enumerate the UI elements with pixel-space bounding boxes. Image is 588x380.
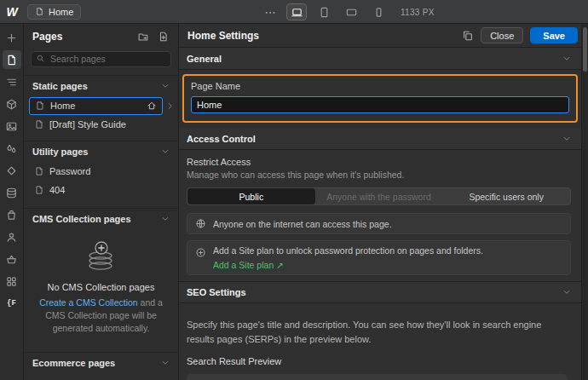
users-button[interactable] (3, 227, 21, 246)
public-access-note-text: Anyone on the internet can access this p… (213, 219, 392, 229)
section-label: General (187, 54, 222, 64)
ecommerce-button[interactable] (3, 205, 21, 224)
cms-empty-state: No CMS Collection pages Create a CMS Col… (24, 229, 178, 336)
scrollbar-thumb[interactable] (583, 27, 587, 72)
navigator-button[interactable] (3, 72, 21, 91)
segment-specific-users-only[interactable]: Specific users only (442, 188, 570, 204)
more-menu-icon[interactable]: ⋯ (261, 6, 280, 19)
page-icon (35, 101, 45, 111)
canvas-width-label: 1133 PX (401, 8, 435, 17)
scrollbar-track[interactable] (581, 24, 588, 380)
diamond-icon (5, 164, 18, 177)
public-access-note: Anyone on the internet can access this p… (187, 213, 571, 234)
user-icon (5, 231, 18, 244)
pages-panel-title: Pages (32, 31, 129, 43)
section-label: Static pages (32, 81, 88, 91)
globe-icon (195, 218, 206, 229)
page-item-style-guide[interactable]: [Draft] Style Guide (29, 116, 175, 134)
page-row-password: Password (29, 163, 175, 181)
apps-grid-icon (5, 275, 18, 288)
search-pages-input[interactable] (31, 51, 171, 67)
assets-button[interactable] (3, 117, 21, 135)
chevron-down-icon (161, 82, 170, 90)
section-seo-settings[interactable]: SEO Settings (179, 281, 588, 303)
page-icon (34, 185, 44, 195)
site-plan-note-text: Add a Site plan to unlock password prote… (213, 245, 483, 256)
search-icon (36, 54, 45, 63)
variables-button[interactable] (3, 139, 21, 158)
add-elements-button[interactable] (3, 28, 21, 47)
cms-button[interactable] (3, 183, 21, 202)
home-settings-panel: Home Settings Close Save General Page Na… (179, 24, 588, 380)
close-button[interactable]: Close (481, 27, 523, 43)
seo-description: Specify this page's title and descriptio… (187, 318, 571, 346)
section-ecommerce-pages[interactable]: Ecommerce pages (24, 352, 178, 373)
section-access-control[interactable]: Access Control (179, 128, 588, 150)
save-button[interactable]: Save (530, 27, 578, 43)
cms-empty-title: No CMS Collection pages (36, 282, 166, 292)
breakpoint-phone-button[interactable] (368, 3, 389, 20)
tablet-icon (318, 6, 331, 19)
interactions-button[interactable] (3, 161, 21, 180)
apps-button[interactable] (3, 272, 21, 291)
page-icon (34, 119, 44, 130)
new-page-icon[interactable] (158, 31, 170, 43)
section-general[interactable]: General (179, 48, 588, 70)
pages-panel-header: Pages (24, 24, 178, 49)
segment-anyone-with-password[interactable]: Anyone with the password (315, 188, 443, 204)
create-cms-collection-link[interactable]: Create a CMS Collection (39, 297, 138, 308)
search-result-preview-card: Title Tag coworking-finder-786476.webflo… (187, 374, 568, 380)
add-site-plan-link[interactable]: Add a Site plan ↗ (213, 260, 483, 270)
page-name-input[interactable] (191, 96, 569, 113)
breakpoint-desktop-button[interactable] (286, 3, 307, 20)
page-item-404[interactable]: 404 (29, 181, 175, 199)
restrict-access-help: Manage who can access this page when it'… (187, 170, 571, 180)
ecommerce-empty-illustration (24, 373, 178, 380)
page-icon (5, 54, 18, 66)
access-control-body: Restrict Access Manage who can access th… (179, 150, 588, 275)
breadcrumb-label: Home (49, 7, 73, 17)
database-icon (5, 187, 18, 199)
phone-icon (372, 6, 385, 19)
seo-settings-body: Specify this page's title and descriptio… (179, 303, 588, 380)
section-static-pages[interactable]: Static pages (24, 75, 178, 96)
duplicate-icon[interactable] (462, 30, 474, 42)
page-item-home[interactable]: Home (29, 97, 163, 115)
page-icon (35, 7, 44, 16)
settings-header: Home Settings Close Save (179, 24, 588, 48)
page-breadcrumb-button[interactable]: Home (27, 4, 81, 20)
page-item-label: [Draft] Style Guide (49, 119, 170, 130)
webflow-logo[interactable]: W (0, 5, 24, 19)
pages-panel-button[interactable] (3, 50, 21, 69)
page-row-home: Home (29, 97, 175, 115)
page-item-password[interactable]: Password (29, 163, 175, 181)
site-plan-note: Add a Site plan to unlock password prote… (187, 240, 571, 275)
breakpoint-landscape-button[interactable] (341, 3, 361, 20)
section-label: Utility pages (32, 147, 88, 157)
settings-title: Home Settings (187, 30, 455, 42)
database-add-icon (83, 238, 120, 275)
navigator-icon (5, 76, 18, 89)
page-settings-chevron-icon[interactable] (165, 101, 175, 111)
droplets-icon (5, 142, 18, 155)
components-button[interactable] (3, 95, 21, 113)
breakpoint-tablet-button[interactable] (314, 3, 334, 20)
new-folder-icon[interactable] (137, 31, 149, 43)
chevron-down-icon (161, 215, 170, 223)
pages-panel: Pages Static pages Home [Draft] Style Gu… (24, 24, 179, 380)
segment-public[interactable]: Public (187, 188, 315, 204)
search-result-preview-label: Search Result Preview (187, 356, 571, 366)
chevron-down-icon (161, 147, 170, 156)
cms-empty-illustration (36, 238, 166, 275)
commerce-button[interactable] (3, 250, 21, 268)
installed-app-button[interactable]: {F (3, 294, 21, 313)
section-label: SEO Settings (187, 287, 246, 297)
section-utility-pages[interactable]: Utility pages (24, 141, 178, 162)
section-cms-collection-pages[interactable]: CMS Collection pages (24, 208, 178, 229)
tablet-landscape-icon (345, 6, 358, 19)
home-icon (147, 101, 157, 111)
chevron-down-icon (562, 55, 571, 63)
cms-empty-body: Create a CMS Collection and a CMS Collec… (36, 297, 166, 336)
chevron-down-icon (562, 288, 571, 297)
plus-icon (5, 32, 18, 44)
